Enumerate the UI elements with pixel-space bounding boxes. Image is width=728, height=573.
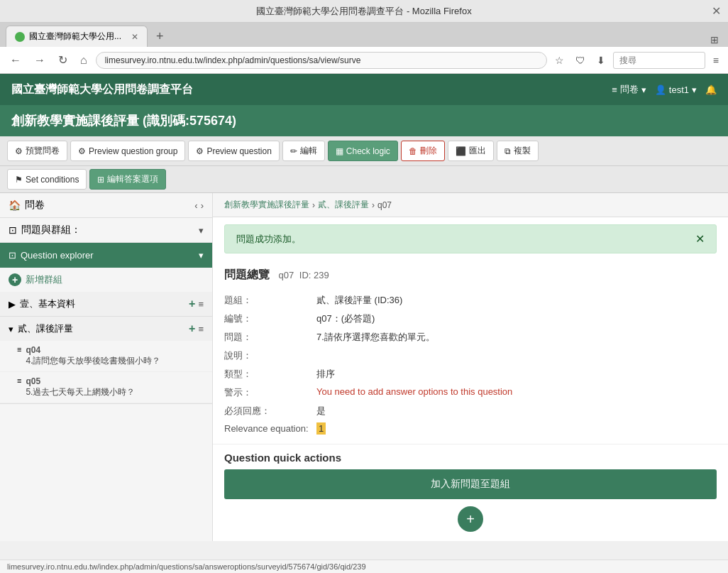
- add-more-button[interactable]: +: [458, 506, 483, 532]
- type-text: 排序: [316, 369, 335, 379]
- question-value: 7.請依序選擇您喜歡的單元。: [316, 328, 717, 346]
- edit-button[interactable]: ✏ 編輯: [282, 141, 325, 161]
- preview-question-label: Preview question: [206, 146, 271, 156]
- breadcrumb-level1[interactable]: 創新教學實施課後評量: [224, 199, 309, 211]
- user-icon: 👤: [655, 84, 666, 95]
- export-label: 匯出: [469, 145, 486, 157]
- browser-title: 國立臺灣師範大學公用問卷調查平台 - Mozilla Firefox: [7, 5, 721, 18]
- user-menu-button[interactable]: 👤 test1 ▾: [655, 84, 697, 95]
- forward-button[interactable]: →: [30, 51, 50, 70]
- problems-icon: ⊡: [9, 224, 17, 236]
- question-label: 問題：: [224, 328, 316, 346]
- question-overview-title: 問題總覽 q07 ID: 239: [224, 268, 717, 283]
- question-details-table: 題組： 貳、課後評量 (ID:36) 編號： q07：(必答題) 問題： 7.請…: [224, 291, 717, 437]
- user-chevron-icon: ▾: [692, 84, 697, 95]
- copy-icon: ⧉: [504, 146, 511, 156]
- browser-titlebar: 國立臺灣師範大學公用問卷調查平台 - Mozilla Firefox ✕: [0, 0, 728, 23]
- warning-value: You need to add answer options to this q…: [316, 383, 717, 402]
- flag-icon: ⚑: [15, 175, 23, 185]
- survey-section-title: 🏠 問卷: [9, 199, 45, 212]
- export-icon: ⬛: [456, 146, 466, 156]
- quick-actions-title: Question quick actions: [213, 444, 728, 469]
- main-layout: 🏠 問卷 ‹ › ⊡ 問題與群組： ▾ ⊡ Question explorer …: [0, 193, 728, 541]
- notification-button[interactable]: 🔔: [705, 84, 717, 95]
- type-value: 排序: [316, 365, 717, 383]
- tab-label: 國立臺灣師範大學公用...: [29, 31, 121, 43]
- export-button[interactable]: ⬛ 匯出: [448, 141, 494, 161]
- description-label: 說明：: [224, 346, 316, 365]
- group-1-list-button[interactable]: ≡: [198, 298, 204, 310]
- explorer-label: Question explorer: [21, 250, 94, 261]
- preview-survey-button[interactable]: ⚙ 預覽問卷: [7, 141, 67, 161]
- check-logic-button[interactable]: ▦ Check logic: [328, 141, 398, 161]
- breadcrumb-level2[interactable]: 貳、課後評量: [318, 199, 369, 211]
- status-url: limesurvey.iro.ntnu.edu.tw/index.php/adm…: [7, 562, 366, 571]
- sidebar-problems-section[interactable]: ⊡ 問題與群組： ▾: [0, 218, 212, 243]
- copy-button[interactable]: ⧉ 複製: [497, 141, 539, 161]
- group-2-title: ▾ 貳、課後評量: [9, 322, 73, 335]
- gear-icon: ⚙: [15, 146, 23, 156]
- new-tab-button[interactable]: +: [150, 26, 170, 47]
- survey-titlebar: 創新教學實施課後評量 (識別碼:575674): [0, 105, 728, 136]
- menu-button[interactable]: ≡: [710, 53, 722, 67]
- overview-title-text: 問題總覽: [224, 268, 270, 280]
- relevance-text: 1: [316, 422, 326, 435]
- sidebar-next-button[interactable]: ›: [201, 200, 204, 211]
- download-button[interactable]: ⬇: [593, 53, 609, 67]
- alert-close-button[interactable]: ✕: [695, 232, 705, 246]
- group-2-name: 貳、課後評量: [18, 322, 73, 335]
- question-code: q07 ID: 239: [278, 270, 329, 280]
- preview-group-button[interactable]: ⚙ Preview question group: [70, 141, 185, 161]
- bookmark-button[interactable]: ☆: [551, 53, 568, 67]
- back-button[interactable]: ←: [6, 51, 26, 70]
- breadcrumb-sep2: ›: [372, 200, 375, 210]
- sidebar-item-q05[interactable]: ≡ q05 5.過去七天每天上網幾小時？: [0, 372, 212, 403]
- sidebar-group-1-header[interactable]: ▶ 壹、基本資料 + ≡: [0, 292, 212, 316]
- question-overview-section: 問題總覽 q07 ID: 239 題組： 貳、課後評量 (ID:36) 編號： …: [213, 261, 728, 444]
- add-more-area: +: [213, 499, 728, 539]
- preview-question-button[interactable]: ⚙ Preview question: [188, 141, 279, 161]
- preview-survey-label: 預覽問卷: [26, 145, 60, 157]
- add-question-button[interactable]: 加入新問題至題組: [224, 469, 717, 499]
- search-input[interactable]: [613, 52, 705, 69]
- close-icon[interactable]: ✕: [712, 4, 721, 18]
- alert-message: 問題成功添加。: [236, 233, 301, 246]
- add-group-label: 新增群組: [26, 273, 62, 286]
- survey-section-label: 問卷: [25, 199, 45, 212]
- user-label: test1: [669, 84, 689, 95]
- sidebar-question-explorer[interactable]: ⊡ Question explorer ▾: [0, 243, 212, 268]
- group-2-add-button[interactable]: +: [189, 322, 195, 335]
- tab-close-icon[interactable]: ✕: [131, 32, 138, 42]
- sidebar-survey-section[interactable]: 🏠 問卷 ‹ ›: [0, 193, 212, 218]
- status-bar: limesurvey.iro.ntnu.edu.tw/index.php/adm…: [0, 560, 728, 573]
- extensions-icon[interactable]: ⊞: [707, 33, 722, 47]
- group-1-title: ▶ 壹、基本資料: [9, 298, 75, 310]
- refresh-button[interactable]: ↻: [54, 50, 72, 70]
- group-value: 貳、課後評量 (ID:36): [316, 291, 717, 310]
- shield-button[interactable]: 🛡: [572, 53, 589, 67]
- home-button[interactable]: ⌂: [76, 51, 92, 70]
- problems-chevron-icon[interactable]: ▾: [199, 225, 204, 236]
- description-row: 說明：: [224, 346, 717, 365]
- code-row: 編號： q07：(必答題): [224, 310, 717, 328]
- check-logic-label: Check logic: [346, 146, 390, 156]
- set-conditions-button[interactable]: ⚑ Set conditions: [7, 169, 87, 190]
- survey-menu-button[interactable]: ≡ 問卷 ▾: [612, 83, 646, 96]
- edit-answers-button[interactable]: ⊞ 編輯答案選項: [89, 169, 166, 190]
- group-2-list-button[interactable]: ≡: [198, 322, 204, 335]
- browser-tab[interactable]: 國立臺灣師範大學公用... ✕: [6, 26, 148, 47]
- add-group-item[interactable]: + 新增群組: [0, 268, 212, 292]
- sidebar-prev-button[interactable]: ‹: [194, 200, 197, 211]
- sidebar-group-2-header[interactable]: ▾ 貳、課後評量 + ≡: [0, 317, 212, 341]
- required-value: 是: [316, 402, 717, 420]
- sidebar-item-q04[interactable]: ≡ q04 4.請問您每天放學後唸書幾個小時？: [0, 341, 212, 372]
- browser-addressbar: ← → ↻ ⌂ ☆ 🛡 ⬇ ≡: [0, 47, 728, 74]
- success-alert: 問題成功添加。 ✕: [224, 224, 717, 253]
- relevance-row: Relevance equation: 1: [224, 420, 717, 437]
- header-right: ≡ 問卷 ▾ 👤 test1 ▾ 🔔: [612, 83, 717, 96]
- add-question-label: 加入新問題至題組: [431, 478, 510, 489]
- group-1-add-button[interactable]: +: [189, 298, 195, 310]
- address-input[interactable]: [96, 52, 547, 69]
- warning-text: You need to add answer options to this q…: [316, 386, 512, 397]
- delete-button[interactable]: 🗑 刪除: [401, 141, 445, 161]
